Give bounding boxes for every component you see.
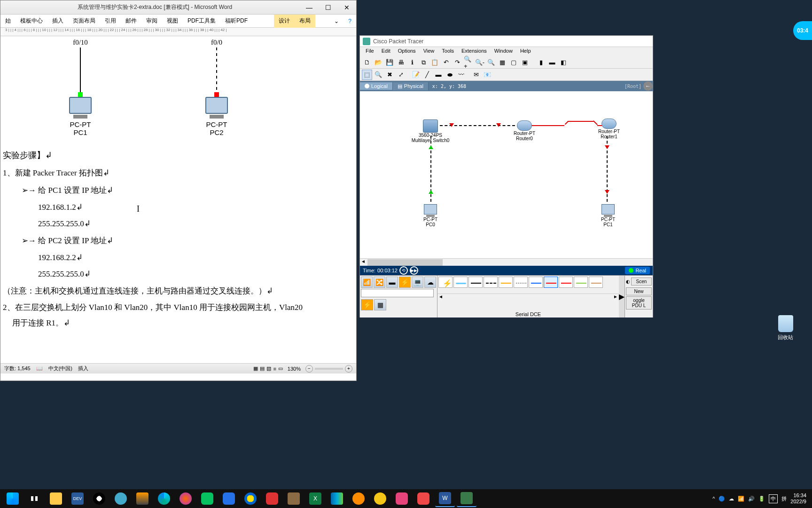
time-fastforward-button[interactable]: ▶▶	[410, 266, 418, 275]
view-web-icon[interactable]: ▧	[266, 365, 271, 372]
open-file-icon[interactable]: 📂	[373, 57, 383, 68]
menu-extensions[interactable]: Extensions	[458, 47, 491, 56]
conn-crossover[interactable]	[484, 277, 498, 288]
word-page[interactable]: f0/10 PC-PT PC1 f0/0 PC-PT	[3, 39, 322, 358]
taskbar-firefox[interactable]	[176, 490, 195, 507]
tab-foxit-pdf[interactable]: 福昕PDF	[220, 15, 252, 28]
taskbar-wechat[interactable]	[197, 490, 217, 507]
save-icon[interactable]: 💾	[384, 57, 395, 68]
zoom-in-icon[interactable]: 🔍+	[463, 57, 474, 68]
tab-table-design[interactable]: 设计	[274, 15, 295, 28]
device-pc0[interactable]: PC-PT PC0	[421, 204, 440, 227]
conn-usb[interactable]	[589, 277, 603, 288]
panel-3-icon[interactable]: ◧	[558, 57, 569, 68]
view-print-icon[interactable]: ▦	[253, 365, 258, 372]
panel-expand-handle[interactable]: ▶	[619, 276, 625, 318]
nav-back-button[interactable]: ←	[643, 81, 653, 91]
conn-console[interactable]	[453, 277, 468, 288]
menu-help[interactable]: Help	[516, 47, 535, 56]
conn-auto[interactable]: ⚡	[438, 277, 453, 288]
taskbar-sublime[interactable]	[133, 490, 152, 507]
taskbar-notes[interactable]	[284, 490, 304, 507]
scenario-select[interactable]: Scen	[631, 278, 652, 286]
link-router0-router1-seg3[interactable]	[568, 121, 593, 122]
start-button[interactable]	[3, 490, 23, 507]
tray-onedrive-icon[interactable]: ☁	[729, 496, 734, 502]
tab-mail[interactable]: 邮件	[121, 15, 141, 28]
device-template-icon[interactable]: ▣	[520, 57, 530, 68]
delete-tool-icon[interactable]: ✖	[384, 70, 395, 80]
taskbar-file-explorer[interactable]	[46, 490, 66, 507]
device-router1[interactable]: Router-PT Router1	[595, 119, 623, 139]
complex-pdu-icon[interactable]: 📧	[482, 70, 492, 80]
canvas-horizontal-scrollbar[interactable]: ◄	[360, 258, 653, 266]
ellipse-tool-icon[interactable]: ⬬	[445, 70, 455, 80]
taskbar-packet-tracer-active[interactable]	[457, 490, 476, 507]
tab-review[interactable]: 审阅	[141, 15, 162, 28]
taskbar-qq[interactable]	[89, 490, 109, 507]
device-cat-enddevices[interactable]: 💻	[412, 277, 423, 288]
close-button[interactable]: ✕	[337, 1, 356, 14]
insert-mode[interactable]: 插入	[78, 365, 88, 372]
taskbar-xshell[interactable]	[414, 490, 433, 507]
taskbar-word-active[interactable]: W	[435, 490, 455, 507]
device-cat-switch[interactable]: 🔀	[374, 277, 385, 288]
wizard-icon[interactable]: ℹ	[407, 57, 417, 68]
taskbar-netease[interactable]	[262, 490, 282, 507]
word-count[interactable]: 字数: 1,545	[4, 365, 31, 372]
tab-references[interactable]: 引用	[100, 15, 121, 28]
select-tool-icon[interactable]: ⬚	[362, 70, 372, 80]
tray-expand-icon[interactable]: ^	[712, 496, 715, 501]
taskbar-app-orange[interactable]	[349, 490, 368, 507]
spellcheck-icon[interactable]: 📖	[36, 365, 43, 372]
view-outline-icon[interactable]: ≡	[273, 366, 276, 372]
logical-view-tab[interactable]: Logical	[360, 82, 393, 90]
scenario-nav-icon[interactable]: ◐	[626, 279, 630, 284]
copy-icon[interactable]: ⧉	[418, 57, 429, 68]
tray-ime-2[interactable]: 拼	[781, 495, 787, 502]
device-cat-hub[interactable]: ▬	[386, 277, 398, 288]
freeform-tool-icon[interactable]: 〰	[456, 70, 466, 80]
zoom-level[interactable]: 130%	[288, 366, 301, 372]
tray-volume-icon[interactable]: 🔊	[748, 496, 755, 502]
device-cat-router[interactable]: 📶	[361, 277, 373, 288]
conn-phone[interactable]	[514, 277, 528, 288]
taskbar-tencent-meeting[interactable]	[219, 490, 239, 507]
tab-view[interactable]: 视图	[162, 15, 183, 28]
line-tool-icon[interactable]: ╱	[422, 70, 432, 80]
tab-insert[interactable]: 插入	[47, 15, 68, 28]
undo-icon[interactable]: ↶	[441, 57, 451, 68]
time-reset-button[interactable]: ⟲	[399, 266, 408, 275]
taskbar-app-pink[interactable]	[392, 490, 412, 507]
minimize-button[interactable]: —	[300, 1, 319, 14]
language-status[interactable]: 中文(中国)	[48, 365, 72, 372]
new-scenario-button[interactable]: New	[626, 287, 652, 295]
word-titlebar[interactable]: 系统管理与维护实验卡2-extra.doc [兼容模式] - Microsoft…	[0, 0, 356, 15]
device-cat-connections[interactable]: ⚡	[399, 277, 411, 288]
view-draft-icon[interactable]: ▭	[278, 365, 283, 372]
drawing-palette-icon[interactable]: ▦	[497, 57, 508, 68]
conn-straight[interactable]	[468, 277, 483, 288]
device-multilayer-switch0[interactable]: 3560-24PS Multilayer Switch0	[409, 119, 452, 143]
root-path[interactable]: [Root]	[625, 84, 643, 89]
device-cat-wan[interactable]: ☁	[424, 277, 436, 288]
ribbon-collapse-icon[interactable]: ⌄	[329, 15, 344, 28]
custom-device-icon[interactable]: ▢	[508, 57, 519, 68]
menu-file[interactable]: File	[362, 47, 378, 56]
device-subcat-2[interactable]: ▦	[374, 299, 386, 310]
task-view-button[interactable]	[24, 490, 44, 507]
tab-pdf-tools[interactable]: PDF工具集	[183, 15, 220, 28]
device-pc1[interactable]: PC-PT PC1	[599, 204, 617, 227]
zoom-in-button[interactable]: +	[345, 365, 352, 373]
menu-view[interactable]: View	[420, 47, 438, 56]
pt-workspace-canvas[interactable]: 3560-24PS Multilayer Switch0 Router-PT R…	[360, 91, 653, 258]
tab-template[interactable]: 模板中心	[16, 15, 47, 28]
note-tool-icon[interactable]: 📝	[411, 70, 421, 80]
panel-2-icon[interactable]: ▬	[547, 57, 557, 68]
new-file-icon[interactable]: 🗋	[362, 57, 372, 68]
maximize-button[interactable]: ☐	[319, 1, 337, 14]
word-document-area[interactable]: f0/10 PC-PT PC1 f0/0 PC-PT	[0, 36, 356, 363]
conn-octal[interactable]	[574, 277, 588, 288]
taskbar-devcpp[interactable]: DEV	[68, 490, 87, 507]
tab-start[interactable]: 始	[0, 15, 16, 28]
